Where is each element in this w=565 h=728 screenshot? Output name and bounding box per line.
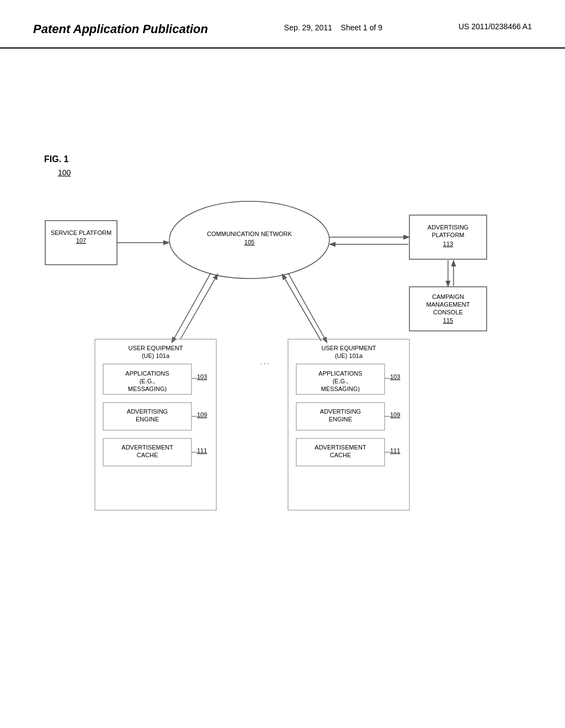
- campaign-label3: CONSOLE: [433, 309, 463, 315]
- ue-right-adveng-label2: ENGINE: [329, 416, 352, 422]
- ue-right-label2: (UE) 101a: [335, 352, 363, 359]
- header-date-sheet: Sep. 29, 2011 Sheet 1 of 9: [284, 22, 382, 34]
- ue-left-apps-id: 103: [197, 373, 207, 380]
- ue-right-apps-label3: MESSAGING): [321, 386, 360, 392]
- ue-right-advcache-label2: CACHE: [330, 452, 351, 458]
- comm-network-label1: COMMUNICATION NETWORK: [207, 231, 292, 237]
- service-platform-id: 107: [76, 237, 86, 244]
- ue-right-adveng-id: 109: [390, 411, 400, 418]
- diagram-area: FIG. 1 100 SERVICE PLATFORM 107 COMMUNIC…: [33, 110, 532, 673]
- comm-network-id: 105: [244, 239, 254, 245]
- ue-right-outer-box: [288, 339, 409, 510]
- ue-right-advcache-id: 111: [390, 447, 400, 454]
- ue-right-advcache-label1: ADVERTISEMENT: [315, 444, 366, 451]
- ue-left-label2: (UE) 101a: [142, 352, 170, 359]
- diagram-svg: SERVICE PLATFORM 107 COMMUNICATION NETWO…: [33, 143, 532, 574]
- service-platform-label1: SERVICE PLATFORM: [51, 229, 111, 236]
- arrow-ueleft-cn: [180, 275, 217, 339]
- ue-left-adveng-label2: ENGINE: [136, 416, 159, 422]
- sheet-info: Sheet 1 of 9: [341, 23, 383, 32]
- ue-left-apps-label1: APPLICATIONS: [125, 370, 169, 377]
- ue-left-advcache-label2: CACHE: [137, 452, 158, 458]
- ue-right-adveng-label1: ADVERTISING: [320, 408, 361, 415]
- ue-left-label1: USER EQUIPMENT: [128, 345, 183, 351]
- ue-left-adveng-label1: ADVERTISING: [127, 408, 168, 415]
- adv-platform-id: 113: [443, 240, 453, 247]
- ue-right-apps-id: 103: [390, 373, 400, 380]
- arrow-ueright-cn: [282, 275, 321, 341]
- arrow-cn-ueleft: [172, 273, 211, 342]
- campaign-label2: MANAGEMENT: [427, 301, 470, 308]
- ue-left-adveng-id: 109: [197, 411, 207, 418]
- page-header: Patent Application Publication Sep. 29, …: [0, 0, 565, 49]
- ue-left-outer-box: [95, 339, 216, 510]
- page: Patent Application Publication Sep. 29, …: [0, 0, 565, 728]
- campaign-label1: CAMPAIGN: [432, 293, 464, 300]
- ue-left-advcache-id: 111: [197, 447, 207, 454]
- patent-number: US 2011/0238466 A1: [459, 22, 532, 31]
- ue-right-apps-label2: (E.G.,: [333, 378, 349, 384]
- ue-left-advcache-label1: ADVERTISEMENT: [121, 444, 173, 451]
- ellipsis-label: . . .: [260, 358, 269, 365]
- publication-title: Patent Application Publication: [33, 22, 208, 36]
- ue-left-apps-label2: (E.G.,: [140, 378, 156, 384]
- ue-right-apps-label1: APPLICATIONS: [318, 370, 362, 377]
- publication-date: Sep. 29, 2011: [284, 23, 332, 32]
- adv-platform-label1: ADVERTISING: [428, 224, 468, 231]
- ue-right-label1: USER EQUIPMENT: [321, 345, 376, 351]
- ue-left-apps-label3: MESSAGING): [128, 386, 167, 392]
- campaign-id: 115: [443, 317, 453, 324]
- adv-platform-label2: PLATFORM: [431, 232, 464, 238]
- arrow-cn-ueright: [288, 273, 327, 342]
